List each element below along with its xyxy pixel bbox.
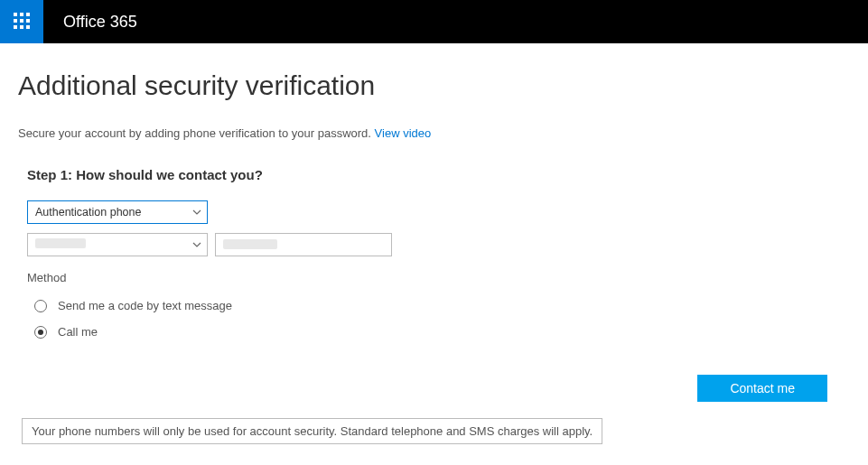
country-code-selected — [28, 234, 207, 256]
phone-number-input[interactable] — [215, 233, 392, 256]
svg-rect-1 — [20, 13, 23, 16]
radio-text-message[interactable]: Send me a code by text message — [34, 299, 850, 312]
privacy-notice: Your phone numbers will only be used for… — [22, 418, 602, 444]
page-title: Additional security verification — [18, 70, 850, 101]
radio-label: Call me — [58, 325, 98, 339]
top-bar: Office 365 — [0, 0, 868, 43]
radio-call-me[interactable]: Call me — [34, 325, 850, 339]
page-description: Secure your account by adding phone veri… — [18, 126, 850, 140]
svg-rect-0 — [14, 13, 17, 16]
description-text: Secure your account by adding phone veri… — [18, 126, 375, 140]
redacted-value — [35, 238, 86, 248]
main-content: Additional security verification Secure … — [0, 43, 868, 462]
radio-icon — [34, 326, 47, 339]
contact-method-select[interactable]: Authentication phone — [27, 200, 208, 224]
redacted-value — [223, 239, 277, 249]
country-code-select[interactable] — [27, 233, 208, 256]
method-label: Method — [27, 271, 850, 284]
svg-rect-8 — [26, 25, 30, 29]
view-video-link[interactable]: View video — [375, 126, 432, 140]
waffle-icon — [13, 12, 31, 33]
svg-rect-6 — [14, 25, 17, 29]
svg-rect-2 — [26, 13, 30, 16]
contact-method-selected: Authentication phone — [28, 201, 207, 223]
svg-rect-4 — [20, 19, 23, 23]
svg-rect-7 — [20, 25, 23, 29]
svg-rect-5 — [26, 19, 30, 23]
radio-label: Send me a code by text message — [58, 299, 232, 312]
svg-rect-3 — [14, 19, 17, 23]
step-title: Step 1: How should we contact you? — [27, 167, 850, 182]
brand-title: Office 365 — [63, 13, 137, 32]
app-launcher-button[interactable] — [0, 0, 43, 43]
contact-me-button[interactable]: Contact me — [697, 375, 827, 402]
radio-icon — [34, 300, 47, 312]
